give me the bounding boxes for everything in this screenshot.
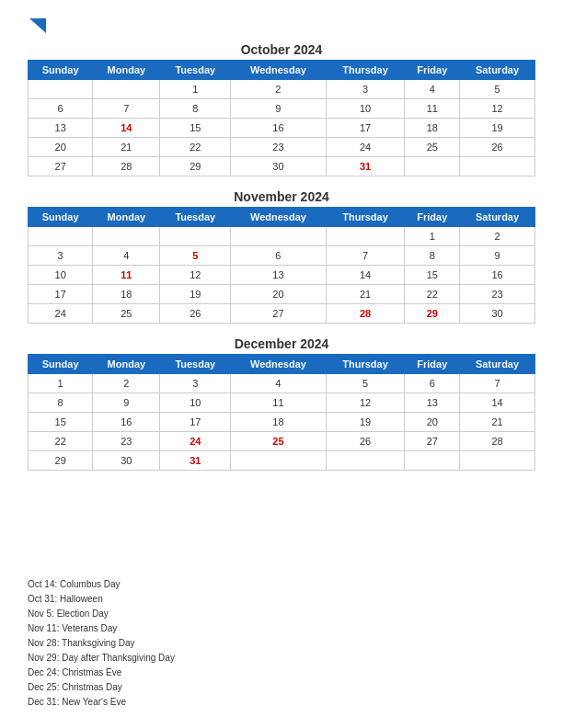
cal-day (93, 227, 160, 246)
day-header: Saturday (460, 355, 535, 374)
cal-day: 2 (231, 80, 327, 99)
day-header: Monday (93, 61, 160, 80)
cal-day: 7 (93, 99, 160, 119)
holiday-note: Oct 31: Halloween (28, 592, 535, 607)
cal-day: 22 (29, 432, 93, 451)
page: October 2024SundayMondayTuesdayWednesday… (0, 0, 563, 728)
svg-marker-0 (29, 18, 46, 33)
calendars: October 2024SundayMondayTuesdayWednesday… (28, 42, 535, 568)
cal-day: 5 (326, 374, 405, 393)
day-header: Sunday (29, 208, 93, 227)
day-header: Tuesday (160, 61, 231, 80)
day-header: Monday (93, 355, 160, 374)
cal-day: 28 (93, 157, 160, 176)
cal-day (231, 227, 327, 246)
cal-day: 12 (460, 99, 535, 119)
cal-day (29, 227, 93, 246)
cal-day: 29 (160, 157, 231, 176)
cal-day: 22 (160, 138, 231, 157)
cal-day: 10 (160, 393, 231, 413)
cal-day: 30 (231, 157, 327, 176)
holiday-note: Nov 29: Day after Thanksgiving Day (28, 651, 535, 665)
holiday-note: Oct 14: Columbus Day (28, 577, 535, 592)
cal-day: 4 (93, 246, 160, 266)
cal-day (93, 80, 160, 99)
day-header: Saturday (460, 61, 535, 80)
cal-day: 26 (160, 304, 231, 324)
holiday-note: Dec 24: Christmas Eve (28, 665, 535, 680)
day-header: Tuesday (160, 208, 231, 227)
cal-day: 13 (29, 119, 93, 138)
cal-day (460, 157, 535, 176)
month-title-2: December 2024 (28, 336, 535, 351)
logo-triangle-icon (29, 18, 46, 33)
cal-day: 26 (326, 432, 405, 451)
cal-day: 8 (405, 246, 460, 266)
cal-day: 8 (160, 99, 231, 119)
day-header: Wednesday (231, 61, 327, 80)
cal-day: 14 (326, 266, 405, 285)
cal-day (405, 451, 460, 471)
day-header: Saturday (460, 208, 535, 227)
cal-day: 16 (231, 119, 327, 138)
cal-day: 18 (231, 413, 327, 432)
cal-day: 15 (29, 413, 93, 432)
cal-day: 14 (460, 393, 535, 413)
day-header: Wednesday (231, 355, 327, 374)
cal-day: 24 (29, 304, 93, 324)
cal-day (326, 227, 405, 246)
cal-day: 23 (460, 285, 535, 304)
cal-day: 12 (326, 393, 405, 413)
cal-day: 7 (326, 246, 405, 266)
month-title-1: November 2024 (28, 189, 535, 204)
day-header: Thursday (326, 61, 405, 80)
cal-day: 9 (231, 99, 327, 119)
cal-day: 27 (231, 304, 327, 324)
cal-day: 11 (405, 99, 460, 119)
cal-day: 30 (460, 304, 535, 324)
cal-day: 3 (326, 80, 405, 99)
cal-table-1: SundayMondayTuesdayWednesdayThursdayFrid… (28, 207, 535, 324)
header (28, 18, 535, 33)
cal-day: 4 (231, 374, 327, 393)
day-header: Thursday (326, 208, 405, 227)
holiday-note: Dec 25: Christmas Day (28, 680, 535, 695)
cal-day: 1 (405, 227, 460, 246)
cal-day: 2 (460, 227, 535, 246)
day-header: Sunday (29, 355, 93, 374)
day-header: Sunday (29, 61, 93, 80)
cal-day: 11 (231, 393, 327, 413)
day-header: Friday (405, 61, 460, 80)
day-header: Friday (405, 208, 460, 227)
cal-day: 20 (231, 285, 327, 304)
holiday-note: Dec 31: New Year's Eve (28, 695, 535, 710)
day-header: Monday (93, 208, 160, 227)
cal-day: 15 (160, 119, 231, 138)
cal-day: 19 (326, 413, 405, 432)
cal-day: 3 (160, 374, 231, 393)
day-header: Wednesday (231, 208, 327, 227)
cal-day: 19 (160, 285, 231, 304)
cal-day: 17 (160, 413, 231, 432)
cal-day: 15 (405, 266, 460, 285)
cal-day: 18 (93, 285, 160, 304)
cal-day (460, 451, 535, 471)
cal-day: 3 (29, 246, 93, 266)
cal-day: 17 (326, 119, 405, 138)
cal-day: 8 (29, 393, 93, 413)
day-header: Thursday (326, 355, 405, 374)
calendar-block-2: December 2024SundayMondayTuesdayWednesda… (28, 336, 535, 471)
cal-day: 5 (460, 80, 535, 99)
holiday-note: Nov 5: Election Day (28, 607, 535, 621)
cal-day: 5 (160, 246, 231, 266)
cal-day (231, 451, 327, 471)
cal-day: 27 (29, 157, 93, 176)
cal-day: 31 (160, 451, 231, 471)
calendar-block-0: October 2024SundayMondayTuesdayWednesday… (28, 42, 535, 176)
day-header: Tuesday (160, 355, 231, 374)
cal-day: 20 (405, 413, 460, 432)
cal-day: 4 (405, 80, 460, 99)
cal-day: 30 (93, 451, 160, 471)
cal-day: 22 (405, 285, 460, 304)
cal-day: 17 (29, 285, 93, 304)
